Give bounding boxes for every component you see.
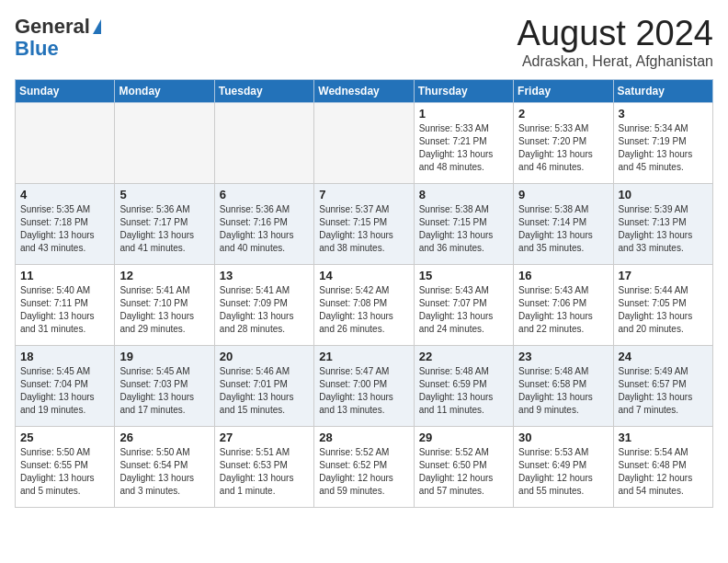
calendar-cell [16,102,115,183]
calendar-cell: 16Sunrise: 5:43 AM Sunset: 7:06 PM Dayli… [514,264,613,345]
day-info: Sunrise: 5:52 AM Sunset: 6:50 PM Dayligh… [419,446,508,498]
logo: General Blue [15,15,101,61]
day-info: Sunrise: 5:38 AM Sunset: 7:14 PM Dayligh… [518,203,608,255]
week-row-2: 4Sunrise: 5:35 AM Sunset: 7:18 PM Daylig… [16,183,713,264]
calendar-title: August 2024 [518,15,713,53]
day-number: 15 [419,269,508,282]
day-number: 21 [319,350,408,363]
calendar-cell: 15Sunrise: 5:43 AM Sunset: 7:07 PM Dayli… [414,264,513,345]
day-info: Sunrise: 5:36 AM Sunset: 7:17 PM Dayligh… [119,203,209,255]
day-info: Sunrise: 5:39 AM Sunset: 7:13 PM Dayligh… [619,203,708,255]
calendar-cell: 14Sunrise: 5:42 AM Sunset: 7:08 PM Dayli… [314,264,414,345]
col-monday: Monday [115,79,214,102]
day-number: 5 [119,188,209,201]
col-wednesday: Wednesday [314,79,414,102]
calendar-cell: 2Sunrise: 5:33 AM Sunset: 7:20 PM Daylig… [514,102,613,183]
day-number: 31 [619,431,708,444]
day-info: Sunrise: 5:36 AM Sunset: 7:16 PM Dayligh… [220,203,309,255]
day-info: Sunrise: 5:47 AM Sunset: 7:00 PM Dayligh… [319,365,408,417]
day-number: 2 [518,107,608,121]
title-area: August 2024 Adraskan, Herat, Afghanistan [518,15,713,70]
day-number: 9 [518,188,608,201]
day-info: Sunrise: 5:46 AM Sunset: 7:01 PM Dayligh… [220,365,309,417]
day-number: 4 [20,188,109,201]
week-row-3: 11Sunrise: 5:40 AM Sunset: 7:11 PM Dayli… [16,264,713,345]
week-row-5: 25Sunrise: 5:50 AM Sunset: 6:55 PM Dayli… [16,426,713,507]
logo-blue: Blue [15,37,59,61]
calendar-cell: 26Sunrise: 5:50 AM Sunset: 6:54 PM Dayli… [115,426,214,507]
day-info: Sunrise: 5:35 AM Sunset: 7:18 PM Dayligh… [20,203,109,255]
calendar-cell: 30Sunrise: 5:53 AM Sunset: 6:49 PM Dayli… [514,426,613,507]
day-number: 3 [619,107,708,121]
calendar-cell: 17Sunrise: 5:44 AM Sunset: 7:05 PM Dayli… [613,264,712,345]
day-number: 29 [419,431,508,444]
col-thursday: Thursday [414,79,513,102]
col-friday: Friday [514,79,613,102]
day-info: Sunrise: 5:51 AM Sunset: 6:53 PM Dayligh… [220,446,309,498]
day-info: Sunrise: 5:52 AM Sunset: 6:52 PM Dayligh… [319,446,408,498]
calendar-cell: 4Sunrise: 5:35 AM Sunset: 7:18 PM Daylig… [16,183,115,264]
day-info: Sunrise: 5:37 AM Sunset: 7:15 PM Dayligh… [319,203,408,255]
day-number: 28 [319,431,408,444]
day-number: 10 [619,188,708,201]
calendar-cell: 10Sunrise: 5:39 AM Sunset: 7:13 PM Dayli… [613,183,712,264]
day-info: Sunrise: 5:43 AM Sunset: 7:06 PM Dayligh… [518,284,608,336]
day-info: Sunrise: 5:41 AM Sunset: 7:10 PM Dayligh… [119,284,209,336]
calendar-cell: 19Sunrise: 5:45 AM Sunset: 7:03 PM Dayli… [115,345,214,426]
calendar-cell: 5Sunrise: 5:36 AM Sunset: 7:17 PM Daylig… [115,183,214,264]
calendar-cell: 28Sunrise: 5:52 AM Sunset: 6:52 PM Dayli… [314,426,414,507]
page-header: General Blue August 2024 Adraskan, Herat… [15,15,713,70]
day-number: 1 [419,107,508,121]
calendar-cell: 6Sunrise: 5:36 AM Sunset: 7:16 PM Daylig… [214,183,313,264]
calendar-cell [214,102,313,183]
calendar-cell: 31Sunrise: 5:54 AM Sunset: 6:48 PM Dayli… [613,426,712,507]
day-info: Sunrise: 5:40 AM Sunset: 7:11 PM Dayligh… [20,284,109,336]
day-number: 23 [518,350,608,363]
col-tuesday: Tuesday [214,79,313,102]
calendar-table: Sunday Monday Tuesday Wednesday Thursday… [15,79,713,508]
day-number: 18 [20,350,109,363]
calendar-cell: 23Sunrise: 5:48 AM Sunset: 6:58 PM Dayli… [514,345,613,426]
day-number: 20 [220,350,309,363]
calendar-cell: 13Sunrise: 5:41 AM Sunset: 7:09 PM Dayli… [214,264,313,345]
day-info: Sunrise: 5:48 AM Sunset: 6:59 PM Dayligh… [419,365,508,417]
calendar-cell: 29Sunrise: 5:52 AM Sunset: 6:50 PM Dayli… [414,426,513,507]
day-number: 11 [20,269,109,282]
day-number: 6 [220,188,309,201]
calendar-cell: 24Sunrise: 5:49 AM Sunset: 6:57 PM Dayli… [613,345,712,426]
day-info: Sunrise: 5:33 AM Sunset: 7:20 PM Dayligh… [518,122,608,174]
day-number: 17 [619,269,708,282]
day-info: Sunrise: 5:53 AM Sunset: 6:49 PM Dayligh… [518,446,608,498]
col-saturday: Saturday [613,79,712,102]
day-number: 16 [518,269,608,282]
calendar-cell: 27Sunrise: 5:51 AM Sunset: 6:53 PM Dayli… [214,426,313,507]
header-row: Sunday Monday Tuesday Wednesday Thursday… [16,79,713,102]
calendar-cell: 22Sunrise: 5:48 AM Sunset: 6:59 PM Dayli… [414,345,513,426]
day-number: 12 [119,269,209,282]
col-sunday: Sunday [16,79,115,102]
day-info: Sunrise: 5:49 AM Sunset: 6:57 PM Dayligh… [619,365,708,417]
day-info: Sunrise: 5:33 AM Sunset: 7:21 PM Dayligh… [419,122,508,174]
calendar-cell: 3Sunrise: 5:34 AM Sunset: 7:19 PM Daylig… [613,102,712,183]
calendar-cell: 7Sunrise: 5:37 AM Sunset: 7:15 PM Daylig… [314,183,414,264]
day-info: Sunrise: 5:45 AM Sunset: 7:03 PM Dayligh… [119,365,209,417]
calendar-cell: 12Sunrise: 5:41 AM Sunset: 7:10 PM Dayli… [115,264,214,345]
day-info: Sunrise: 5:44 AM Sunset: 7:05 PM Dayligh… [619,284,708,336]
day-number: 24 [619,350,708,363]
calendar-subtitle: Adraskan, Herat, Afghanistan [518,53,713,70]
calendar-cell: 8Sunrise: 5:38 AM Sunset: 7:15 PM Daylig… [414,183,513,264]
logo-general: General [15,15,90,39]
day-number: 25 [20,431,109,444]
day-number: 14 [319,269,408,282]
calendar-cell: 11Sunrise: 5:40 AM Sunset: 7:11 PM Dayli… [16,264,115,345]
day-info: Sunrise: 5:41 AM Sunset: 7:09 PM Dayligh… [220,284,309,336]
day-info: Sunrise: 5:43 AM Sunset: 7:07 PM Dayligh… [419,284,508,336]
day-number: 8 [419,188,508,201]
day-number: 22 [419,350,508,363]
day-number: 13 [220,269,309,282]
day-number: 27 [220,431,309,444]
calendar-cell [115,102,214,183]
day-info: Sunrise: 5:34 AM Sunset: 7:19 PM Dayligh… [619,122,708,174]
day-info: Sunrise: 5:50 AM Sunset: 6:54 PM Dayligh… [119,446,209,498]
calendar-cell [314,102,414,183]
